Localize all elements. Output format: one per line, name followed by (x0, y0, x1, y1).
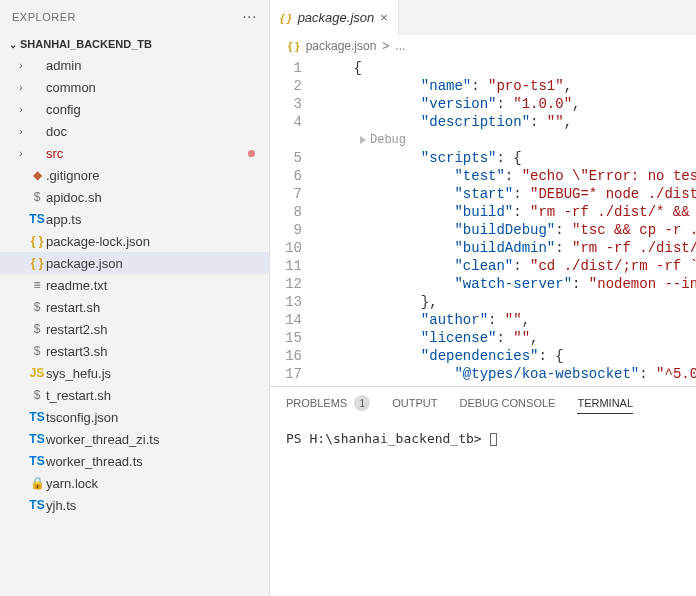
tree-item-label: t_restart.sh (46, 388, 269, 403)
chevron-right-icon: › (14, 82, 28, 93)
close-icon[interactable]: × (380, 10, 388, 25)
tree-item-t-restart-sh[interactable]: $t_restart.sh (0, 384, 269, 406)
tree-item-label: tsconfig.json (46, 410, 269, 425)
txt-icon: ≡ (28, 278, 46, 292)
json-icon: { } (288, 40, 300, 52)
git-icon: ◆ (28, 168, 46, 182)
lock-icon: 🔒 (28, 476, 46, 490)
play-icon (360, 136, 366, 144)
sh-icon: $ (28, 344, 46, 358)
tree-item-config[interactable]: ›config (0, 98, 269, 120)
code-content[interactable]: { "name": "pro-ts1", "version": "1.0.0",… (320, 57, 696, 386)
ts-icon: TS (28, 432, 46, 446)
tree-item-label: sys_hefu.js (46, 366, 269, 381)
chevron-right-icon: › (14, 104, 28, 115)
tree-item-label: doc (46, 124, 269, 139)
terminal-prompt: PS H:\shanhai_backend_tb> (286, 431, 490, 446)
json-icon: { } (28, 234, 46, 248)
tree-item-label: src (46, 146, 269, 161)
explorer-title: EXPLORER (12, 11, 76, 23)
explorer-sidebar: EXPLORER ··· ⌄ SHANHAI_BACKEND_TB ›admin… (0, 0, 270, 596)
chevron-down-icon: ⌄ (6, 39, 20, 50)
tree-item-label: yjh.ts (46, 498, 269, 513)
sh-icon: $ (28, 388, 46, 402)
js-icon: JS (28, 366, 46, 380)
panel-tabs: PROBLEMS 1 OUTPUT DEBUG CONSOLE TERMINAL (270, 387, 696, 421)
tree-item-package-lock-json[interactable]: { }package-lock.json (0, 230, 269, 252)
tab-label: package.json (298, 10, 375, 25)
tsjson-icon: TS (28, 410, 46, 424)
tree-item-sys-hefu-js[interactable]: JSsys_hefu.js (0, 362, 269, 384)
ts-icon: TS (28, 454, 46, 468)
file-tree: ›admin›common›config›doc›src◆.gitignore$… (0, 54, 269, 596)
tab-terminal[interactable]: TERMINAL (577, 397, 633, 414)
tree-item-src[interactable]: ›src (0, 142, 269, 164)
chevron-right-icon: › (14, 126, 28, 137)
editor-area: { } package.json × { } package.json > ..… (270, 0, 696, 596)
code-editor[interactable]: 1234567891011121314151617 { "name": "pro… (270, 57, 696, 386)
tree-item-label: config (46, 102, 269, 117)
tab-problems[interactable]: PROBLEMS 1 (286, 395, 370, 415)
tree-item-yjh-ts[interactable]: TSyjh.ts (0, 494, 269, 516)
sh-icon: $ (28, 300, 46, 314)
tree-item-package-json[interactable]: { }package.json (0, 252, 269, 274)
tree-item-label: admin (46, 58, 269, 73)
json-icon: { } (280, 12, 292, 24)
tree-item-worker-thread-zi-ts[interactable]: TSworker_thread_zi.ts (0, 428, 269, 450)
tree-item-label: readme.txt (46, 278, 269, 293)
problems-badge: 1 (354, 395, 370, 411)
tree-item-yarn-lock[interactable]: 🔒yarn.lock (0, 472, 269, 494)
project-root[interactable]: ⌄ SHANHAI_BACKEND_TB (0, 34, 269, 54)
tree-item-label: worker_thread.ts (46, 454, 269, 469)
breadcrumb[interactable]: { } package.json > ... (270, 35, 696, 57)
breadcrumb-sep: > (382, 39, 389, 53)
tree-item-label: .gitignore (46, 168, 269, 183)
more-icon[interactable]: ··· (242, 8, 257, 26)
tree-item-restart3-sh[interactable]: $restart3.sh (0, 340, 269, 362)
tree-item-doc[interactable]: ›doc (0, 120, 269, 142)
tree-item-restart2-sh[interactable]: $restart2.sh (0, 318, 269, 340)
terminal[interactable]: PS H:\shanhai_backend_tb> (270, 421, 696, 596)
tree-item-apidoc-sh[interactable]: $apidoc.sh (0, 186, 269, 208)
tree-item-label: apidoc.sh (46, 190, 269, 205)
tree-item-label: restart2.sh (46, 322, 269, 337)
tree-item-tsconfig-json[interactable]: TStsconfig.json (0, 406, 269, 428)
tree-item-label: package.json (46, 256, 269, 271)
sh-icon: $ (28, 190, 46, 204)
chevron-right-icon: › (14, 60, 28, 71)
tab-output[interactable]: OUTPUT (392, 397, 437, 413)
breadcrumb-file: package.json (306, 39, 377, 53)
explorer-header: EXPLORER ··· (0, 0, 269, 34)
tree-item-label: package-lock.json (46, 234, 269, 249)
project-name: SHANHAI_BACKEND_TB (20, 38, 152, 50)
ts-icon: TS (28, 498, 46, 512)
tab-debug-console[interactable]: DEBUG CONSOLE (459, 397, 555, 413)
tree-item-restart-sh[interactable]: $restart.sh (0, 296, 269, 318)
tree-item-label: yarn.lock (46, 476, 269, 491)
ts-icon: TS (28, 212, 46, 226)
debug-codelens[interactable]: Debug (320, 131, 696, 149)
tree-item-label: app.ts (46, 212, 269, 227)
tab-bar: { } package.json × (270, 0, 696, 35)
sh-icon: $ (28, 322, 46, 336)
tree-item--gitignore[interactable]: ◆.gitignore (0, 164, 269, 186)
line-gutter: 1234567891011121314151617 (270, 57, 320, 386)
tree-item-common[interactable]: ›common (0, 76, 269, 98)
tree-item-label: worker_thread_zi.ts (46, 432, 269, 447)
breadcrumb-rest: ... (395, 39, 405, 53)
tree-item-admin[interactable]: ›admin (0, 54, 269, 76)
json-icon: { } (28, 256, 46, 270)
modified-dot-icon (248, 150, 255, 157)
bottom-panel: PROBLEMS 1 OUTPUT DEBUG CONSOLE TERMINAL… (270, 386, 696, 596)
tree-item-label: restart.sh (46, 300, 269, 315)
tree-item-label: restart3.sh (46, 344, 269, 359)
chevron-right-icon: › (14, 148, 28, 159)
tree-item-readme-txt[interactable]: ≡readme.txt (0, 274, 269, 296)
tab-package-json[interactable]: { } package.json × (270, 0, 399, 35)
tree-item-worker-thread-ts[interactable]: TSworker_thread.ts (0, 450, 269, 472)
terminal-cursor (490, 433, 497, 446)
tree-item-app-ts[interactable]: TSapp.ts (0, 208, 269, 230)
tree-item-label: common (46, 80, 269, 95)
